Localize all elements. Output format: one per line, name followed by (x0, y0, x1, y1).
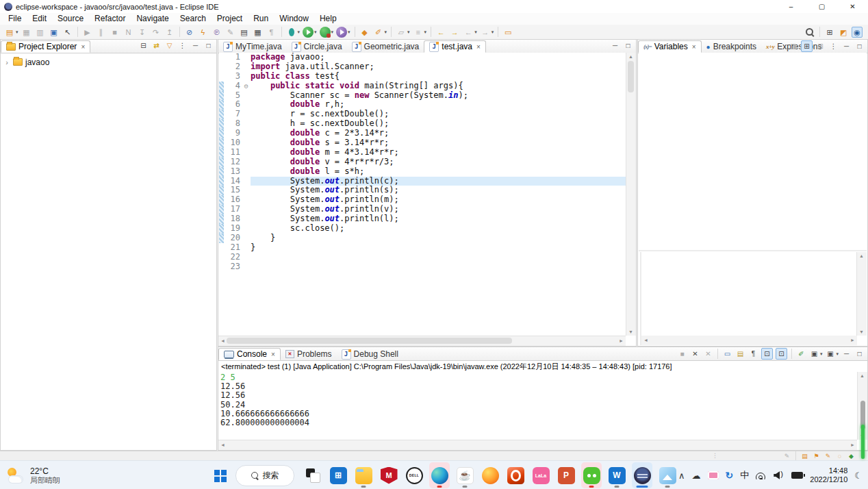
back-history-button[interactable]: ← (435, 27, 447, 38)
close-tab-icon[interactable]: × (271, 351, 275, 358)
open-console-button[interactable]: ▣▾ (824, 349, 839, 359)
scroll-left-icon[interactable]: ◄ (220, 442, 225, 447)
collapse-all-button[interactable]: ⊟ (815, 41, 826, 51)
dropdown-arrow-icon[interactable]: ▾ (492, 29, 494, 35)
taskbar-lala[interactable]: LaLa (531, 462, 551, 488)
fold-marker-icon[interactable]: ⊖ (242, 82, 251, 91)
skip-all-breakpoints-button[interactable]: ⊘ (183, 27, 196, 38)
dropdown-arrow-icon[interactable]: ▾ (16, 29, 18, 35)
taskbar-word[interactable]: W (607, 462, 627, 488)
remove-launch-button[interactable]: ✕ (689, 349, 701, 359)
tray-expand-icon[interactable]: ∧ (678, 471, 685, 481)
code-line[interactable]: 19 sc.close(); (219, 224, 626, 234)
menu-edit[interactable]: Edit (27, 13, 52, 25)
menu-search[interactable]: Search (175, 13, 212, 25)
terminate-button[interactable]: ■ (676, 349, 688, 359)
scroll-right-icon[interactable]: ► (850, 442, 855, 447)
last-edit-location-button[interactable]: ▭ (502, 27, 514, 38)
tab-console[interactable]: Console× (218, 348, 281, 360)
variables-tree-area[interactable] (639, 53, 867, 251)
taskbar-eclipse[interactable] (632, 462, 652, 488)
taskbar-edge[interactable] (429, 462, 450, 488)
dropdown-arrow-icon[interactable]: ▾ (474, 29, 477, 35)
type-hierarchy-button[interactable]: ≡▾ (412, 27, 428, 38)
tab-circle-java[interactable]: JCircle.java (287, 40, 347, 53)
suspend-button[interactable]: ∥ (95, 27, 107, 38)
detail-vertical-scrollbar[interactable]: ▲ ▼ (856, 252, 867, 336)
use-step-filters-button[interactable]: ϟ (197, 27, 209, 38)
code-line[interactable]: 21} (219, 243, 626, 253)
disconnect-button[interactable]: N (123, 27, 135, 38)
scroll-up-icon[interactable]: ▲ (628, 54, 633, 59)
code-line[interactable]: 6 double r,h; (219, 100, 626, 110)
step-return-button[interactable]: ↥ (164, 27, 176, 38)
terminate-button[interactable]: ■ (109, 27, 121, 38)
maximize-window-button[interactable]: ▢ (806, 0, 837, 13)
code-line[interactable]: 4⊖ public static void main(String[] args… (219, 82, 626, 91)
tab-breakpoints[interactable]: ●Breakpoints (702, 40, 761, 53)
maximize-button[interactable]: □ (622, 40, 634, 51)
dropdown-arrow-icon[interactable]: ▾ (820, 351, 823, 357)
show-grid-button[interactable]: ▦ (252, 27, 264, 38)
back-button[interactable]: ←▾ (462, 27, 478, 38)
code-line[interactable]: 7 r = sc.nextDouble(); (219, 110, 626, 119)
code-line[interactable]: 20 } (219, 234, 626, 243)
coverage-button[interactable]: ▾ (319, 27, 335, 38)
step-over-button[interactable]: ↷ (150, 27, 162, 38)
console-horizontal-scrollbar[interactable]: ◄ ► (218, 440, 857, 450)
new-wizard-button[interactable]: ▤▾ (3, 27, 19, 38)
code-line[interactable]: 1package javaoo; (219, 53, 626, 62)
taskbar-search[interactable]: 搜索 (235, 465, 294, 486)
tips-button[interactable]: ▤ (800, 452, 810, 461)
tree-item-javaoo[interactable]: › javaoo (3, 56, 216, 68)
profile-button[interactable]: ▾ (335, 27, 351, 38)
external-tools-button[interactable]: ✎ (225, 27, 237, 38)
battery-icon[interactable] (791, 472, 803, 479)
code-line[interactable]: 9 double c = 2*3.14*r; (219, 129, 626, 138)
editor-vertical-scrollbar[interactable]: ▲ ▼ (626, 53, 636, 336)
scroll-lock-button[interactable]: ▤ (735, 349, 746, 359)
code-line[interactable]: 3public class test{ (219, 72, 626, 82)
dropdown-arrow-icon[interactable]: ▾ (298, 29, 301, 35)
scroll-up-icon[interactable]: ▲ (860, 373, 865, 378)
variables-detail-pane[interactable]: ▲ ▼ ◄ ► (640, 252, 867, 345)
taskbar-office[interactable] (505, 462, 526, 488)
code-line[interactable]: 12 double v = 4*r*r*r/3; (219, 158, 626, 167)
menu-run[interactable]: Run (248, 13, 274, 25)
minimize-button[interactable]: ─ (841, 41, 852, 51)
annotations-button[interactable]: ▱▾ (395, 27, 411, 38)
step-into-button[interactable]: ↧ (136, 27, 149, 38)
collapse-all-button[interactable]: ⊟ (138, 40, 149, 51)
scroll-up-icon[interactable]: ▲ (859, 253, 864, 258)
clear-console-button[interactable]: ▭ (722, 349, 733, 359)
code-line[interactable]: 15 System.out.println(s); (219, 186, 626, 195)
taskbar-task-view[interactable] (303, 462, 323, 488)
open-task-button[interactable]: ◆ (359, 27, 371, 38)
scroll-left-icon[interactable]: ◄ (643, 338, 648, 342)
scrollbar-thumb[interactable] (227, 338, 512, 344)
code-line[interactable]: 23 (219, 262, 626, 272)
tab-project-explorer[interactable]: Project Explorer × (1, 40, 90, 53)
onedrive-icon[interactable]: ☁ (692, 471, 701, 481)
volume-icon[interactable] (774, 471, 784, 479)
dropdown-arrow-icon[interactable]: ▾ (385, 29, 387, 35)
code-line[interactable]: 22 (219, 253, 626, 262)
show-logical-structures-button[interactable]: ⊞ (800, 40, 813, 52)
scroll-down-icon[interactable]: ▼ (628, 329, 633, 334)
taskbar-wechat[interactable] (581, 462, 602, 488)
code-line[interactable]: 18 System.out.println(l); (219, 214, 626, 224)
progress-button[interactable]: ◌ (834, 452, 845, 461)
minimize-button[interactable]: ─ (609, 40, 621, 51)
console-output[interactable]: 2 512.5612.5650.2410.66666666666666662.8… (220, 373, 856, 439)
display-console-button[interactable]: ▣▾ (808, 349, 824, 359)
dropdown-arrow-icon[interactable]: ▾ (424, 29, 427, 35)
code-line[interactable]: 10 double s = 3.14*r*r; (219, 138, 626, 148)
code-line[interactable]: 8 h = sc.nextDouble(); (219, 119, 626, 129)
java-perspective-button[interactable]: ◩ (837, 27, 850, 38)
flag-button[interactable]: ⚑ (811, 452, 821, 461)
run-button[interactable]: ▾ (302, 27, 318, 38)
minimize-window-button[interactable]: – (776, 0, 806, 13)
show-on-stderr-button[interactable]: ⊡ (775, 348, 788, 360)
dropdown-arrow-icon[interactable]: ▾ (331, 29, 334, 35)
smart-insert-button[interactable]: ✎ (782, 452, 792, 461)
